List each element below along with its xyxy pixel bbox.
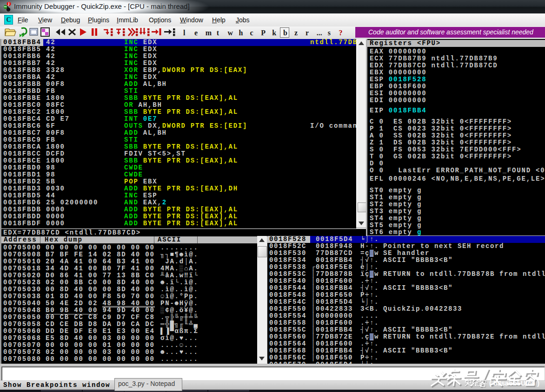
svg-text:( b3saob5U.cn ): ( b3saob5U.cn ) [489,379,539,387]
